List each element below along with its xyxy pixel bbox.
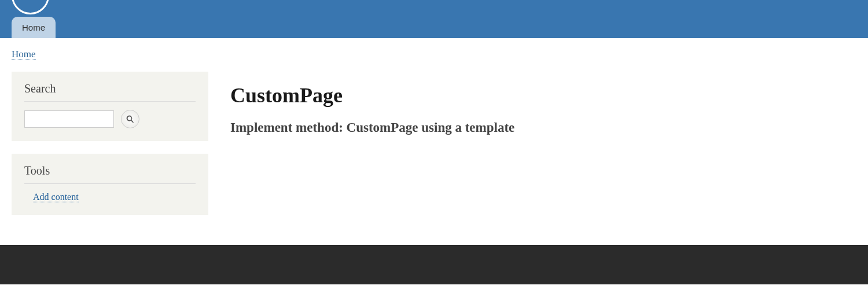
nav-tabs: Home <box>12 17 56 38</box>
search-input[interactable] <box>24 110 114 128</box>
tools-box: Tools Add content <box>12 154 208 215</box>
search-button[interactable] <box>121 110 139 128</box>
main-container: Search Tools Add content CustomPage Impl… <box>0 66 868 245</box>
site-logo[interactable] <box>12 0 49 14</box>
search-icon <box>126 114 135 124</box>
add-content-link[interactable]: Add content <box>33 192 79 202</box>
nav-tab-home[interactable]: Home <box>12 17 56 38</box>
search-title: Search <box>24 82 196 102</box>
tools-title: Tools <box>24 164 196 184</box>
search-row <box>24 110 196 128</box>
footer <box>0 245 868 284</box>
main-content: CustomPage Implement method: CustomPage … <box>208 72 868 228</box>
breadcrumb-home[interactable]: Home <box>12 49 36 60</box>
page-title: CustomPage <box>230 83 845 108</box>
sidebar: Search Tools Add content <box>12 72 208 228</box>
search-box: Search <box>12 72 208 141</box>
page-subtitle: Implement method: CustomPage using a tem… <box>230 120 845 135</box>
breadcrumb: Home <box>0 38 868 66</box>
header: Home <box>0 0 868 38</box>
